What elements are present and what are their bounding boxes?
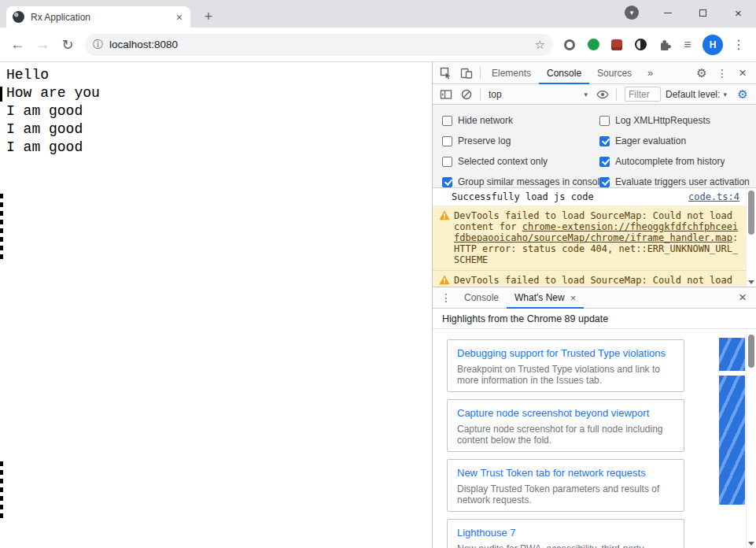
devtools-close-icon[interactable]: × — [732, 62, 753, 83]
content-area: Hello How are you I am good I am good I … — [0, 62, 756, 548]
profile-avatar[interactable]: H — [703, 35, 723, 55]
checkbox-label: Hide network — [458, 115, 513, 126]
reading-list-icon[interactable]: ≡ — [676, 33, 699, 57]
setting-eager-evaluation: Eager evaluation — [599, 135, 753, 146]
console-log-text: Successfully load js code — [452, 191, 594, 203]
minimize-icon — [664, 13, 672, 13]
chrome-status-icon[interactable]: ▾ — [625, 6, 639, 20]
clear-console-icon[interactable] — [456, 84, 477, 104]
setting-eval-user-activation: Evaluate triggers user activation — [599, 176, 753, 187]
devtools-drawer: ⋮ Console What's New × × Highlights from… — [433, 287, 756, 548]
separator — [480, 67, 481, 80]
checkbox[interactable] — [599, 116, 610, 126]
setting-hide-network: Hide network — [442, 115, 599, 126]
console-message-list: Successfully load js code code.ts:4 DevT… — [433, 188, 746, 287]
whats-new-card-title[interactable]: Debugging support for Trusted Type viola… — [457, 345, 674, 362]
extension-icon-green[interactable] — [581, 33, 605, 57]
scrollbar-down-arrow[interactable] — [748, 542, 754, 546]
drawer-menu-icon[interactable]: ⋮ — [436, 287, 456, 308]
page-content: Hello How are you I am good I am good I … — [0, 62, 432, 548]
console-scrollbar[interactable] — [746, 188, 756, 287]
console-settings-pane: Hide network Log XMLHttpRequests Preserv… — [433, 105, 756, 188]
checkbox[interactable] — [599, 157, 610, 167]
checkbox[interactable] — [599, 177, 610, 187]
drawer-close-icon[interactable]: × — [732, 287, 753, 308]
red-box-icon — [611, 39, 622, 50]
close-window-button[interactable]: × — [721, 0, 756, 25]
checkbox[interactable] — [442, 157, 452, 167]
console-source-link[interactable]: code.ts:4 — [688, 191, 739, 203]
checkbox-label: Autocomplete from history — [615, 156, 725, 167]
chevron-down-icon: ▾ — [630, 9, 634, 17]
log-level-label: Default level: — [666, 89, 720, 100]
live-expression-eye-icon[interactable] — [592, 84, 613, 104]
minimize-button[interactable] — [650, 0, 685, 25]
scrollbar-thumb[interactable] — [748, 191, 754, 235]
tab-sources[interactable]: Sources — [589, 62, 640, 83]
extensions-puzzle-icon[interactable] — [652, 33, 676, 57]
console-settings-gear-icon[interactable]: ⚙ — [732, 84, 753, 104]
extension-icon-donut[interactable] — [558, 33, 581, 57]
setting-log-xhr: Log XMLHttpRequests — [599, 115, 753, 126]
devtools-settings-gear-icon[interactable]: ⚙ — [691, 62, 712, 83]
back-button[interactable]: ← — [5, 32, 30, 57]
warning-triangle-icon — [439, 210, 450, 220]
drawer-scrollbar[interactable] — [746, 329, 756, 548]
avatar-letter: H — [710, 39, 717, 50]
device-toolbar-icon[interactable] — [456, 62, 477, 83]
drawer-tab-whats-new[interactable]: What's New × — [507, 287, 584, 308]
console-sidebar-icon[interactable] — [436, 84, 456, 104]
setting-preserve-log: Preserve log — [442, 135, 599, 146]
console-toolbar: top ▾ Default level: ▾ ⚙ — [433, 84, 756, 105]
more-tabs-icon[interactable]: » — [640, 62, 661, 83]
checkbox-label: Eager evaluation — [615, 135, 686, 146]
checkbox[interactable] — [599, 136, 610, 146]
drawer-tab-close-icon[interactable]: × — [570, 292, 577, 304]
checkbox[interactable] — [442, 177, 452, 187]
tab-favicon-icon — [13, 11, 24, 23]
screen-artifact — [0, 87, 2, 102]
new-tab-button[interactable]: + — [198, 6, 219, 27]
log-level-selector[interactable]: Default level: ▾ — [666, 89, 727, 100]
whats-new-card: New Trust Token tab for network requests… — [447, 459, 684, 512]
reload-button[interactable]: ↻ — [55, 32, 80, 57]
whats-new-card-title[interactable]: Capture node screenshot beyond viewport — [457, 405, 674, 422]
setting-selected-context-only: Selected context only — [442, 156, 599, 167]
checkbox[interactable] — [442, 136, 452, 146]
filter-input[interactable] — [625, 87, 661, 102]
checkbox-label: Evaluate triggers user activation — [615, 176, 750, 187]
inspect-element-icon[interactable] — [436, 62, 456, 83]
extension-icon-red[interactable] — [605, 33, 629, 57]
address-bar[interactable]: ⓘ localhost:8080 ☆ — [85, 34, 553, 56]
whats-new-card-title[interactable]: Lighthouse 7 — [457, 524, 674, 542]
extension-icon-contrast[interactable] — [629, 33, 652, 57]
window-controls: ▾ × — [625, 0, 756, 25]
screen-artifact — [0, 194, 3, 263]
page-text-line: I am good — [6, 120, 432, 139]
whats-new-card-title[interactable]: New Trust Token tab for network requests — [457, 465, 674, 482]
checkbox-label: Group similar messages in consol — [458, 176, 599, 187]
devtools-menu-icon[interactable]: ⋮ — [712, 62, 732, 83]
ban-icon — [460, 88, 473, 101]
whats-new-card: Capture node screenshot beyond viewport … — [447, 399, 684, 452]
drawer-tab-console[interactable]: Console — [456, 287, 507, 308]
tab-close-icon[interactable]: × — [175, 11, 184, 24]
checkbox[interactable] — [442, 116, 452, 126]
warning-triangle-icon — [439, 275, 450, 285]
scrollbar-down-arrow[interactable] — [748, 280, 754, 284]
bookmark-star-icon[interactable]: ☆ — [535, 38, 545, 52]
checkbox-label: Preserve log — [458, 135, 511, 146]
devtools-panel: Elements Console Sources » ⚙ ⋮ × — [432, 62, 756, 548]
browser-menu-icon[interactable]: ⋮ — [726, 32, 751, 57]
tab-console[interactable]: Console — [539, 62, 589, 83]
context-selector[interactable]: top ▾ — [484, 89, 592, 100]
url-text[interactable]: localhost:8080 — [109, 39, 535, 50]
maximize-button[interactable] — [685, 0, 721, 25]
scrollbar-thumb[interactable] — [748, 335, 754, 368]
browser-tab[interactable]: Rx Application × — [6, 6, 190, 28]
setting-autocomplete-history: Autocomplete from history — [599, 156, 753, 167]
site-info-icon[interactable]: ⓘ — [93, 38, 103, 52]
setting-group-similar: Group similar messages in consol — [442, 176, 599, 187]
tab-elements[interactable]: Elements — [484, 62, 539, 83]
forward-button[interactable]: → — [30, 32, 55, 57]
